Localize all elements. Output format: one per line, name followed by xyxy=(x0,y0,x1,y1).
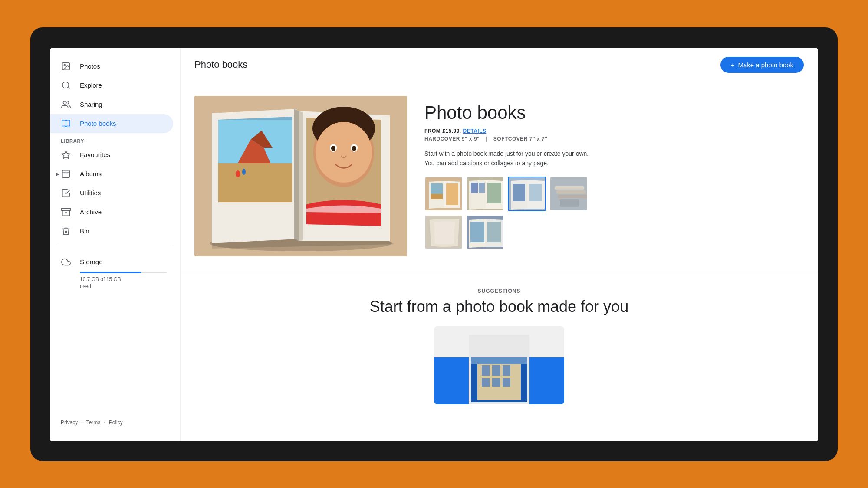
archive-icon xyxy=(61,207,71,217)
thumbnail-6[interactable] xyxy=(466,215,504,249)
library-section-label: LIBRARY xyxy=(50,133,180,145)
svg-rect-31 xyxy=(513,184,525,201)
top-bar: Photo books + Make a photo book xyxy=(181,48,818,82)
svg-rect-54 xyxy=(471,357,527,364)
thumbnail-2-img xyxy=(467,177,503,210)
storage-used-label: used xyxy=(80,283,91,289)
thumbnail-1[interactable] xyxy=(424,177,463,211)
svg-rect-7 xyxy=(62,208,70,210)
albums-arrow-icon: ▶ xyxy=(54,170,61,177)
svg-point-13 xyxy=(236,170,240,177)
storage-text: 10.7 GB of 15 GB used xyxy=(80,276,170,291)
size-separator: | xyxy=(486,136,487,142)
product-description: Start with a photo book made just for yo… xyxy=(424,149,804,168)
utilities-icon xyxy=(61,188,71,198)
thumbnail-6-img xyxy=(467,216,503,249)
svg-rect-6 xyxy=(62,170,70,177)
device-frame: Photos Explore Sharing xyxy=(30,27,838,461)
terms-link[interactable]: Terms xyxy=(86,419,101,426)
thumbnail-4[interactable] xyxy=(549,177,588,211)
product-info: Photo books FROM £15.99. DETAILS HARDCOV… xyxy=(424,96,804,250)
svg-point-14 xyxy=(242,169,246,175)
sidebar-item-bin[interactable]: Bin xyxy=(50,222,173,241)
price-from: FROM £15.99. xyxy=(424,128,461,134)
svg-rect-50 xyxy=(482,378,490,387)
thumbnail-3-img xyxy=(509,177,545,210)
product-title: Photo books xyxy=(424,103,804,123)
thumbnail-5-img xyxy=(425,216,462,249)
svg-point-1 xyxy=(64,64,65,66)
bin-icon xyxy=(61,226,71,236)
storage-label: Storage xyxy=(80,258,103,265)
sidebar-divider xyxy=(57,246,173,246)
suggestions-preview xyxy=(194,326,804,404)
svg-point-19 xyxy=(331,146,335,151)
dot-1: · xyxy=(81,419,82,426)
dot-2: · xyxy=(104,419,105,426)
sidebar-item-explore-label: Explore xyxy=(80,82,102,89)
storage-bar-container xyxy=(80,272,167,273)
svg-rect-48 xyxy=(492,365,500,376)
sidebar-item-photo-books[interactable]: Photo books xyxy=(50,114,173,133)
svg-rect-37 xyxy=(560,199,579,207)
svg-rect-49 xyxy=(503,365,510,376)
svg-rect-27 xyxy=(471,183,478,193)
sidebar-item-utilities[interactable]: Utilities xyxy=(50,183,173,203)
hardcover-label: HARDCOVER 9" x 9" xyxy=(424,136,480,142)
svg-rect-28 xyxy=(479,183,485,193)
thumbnail-1-img xyxy=(425,177,462,210)
hero-image xyxy=(194,96,407,256)
sidebar-item-sharing[interactable]: Sharing xyxy=(50,95,173,114)
sidebar-item-albums[interactable]: ▶ Albums xyxy=(50,164,173,183)
sidebar-item-photos[interactable]: Photos xyxy=(50,57,173,76)
thumbnail-5[interactable] xyxy=(424,215,463,249)
footer-links: Privacy · Terms · Policy xyxy=(50,413,180,432)
suggestions-label: SUGGESTIONS xyxy=(194,288,804,294)
sidebar-item-archive[interactable]: Archive xyxy=(50,203,173,222)
svg-point-21 xyxy=(352,146,356,151)
content-area: Photo books FROM £15.99. DETAILS HARDCOV… xyxy=(181,82,818,441)
storage-section: Storage 10.7 GB of 15 GB used xyxy=(50,252,180,296)
svg-rect-40 xyxy=(470,222,484,242)
svg-rect-34 xyxy=(555,186,584,190)
screen: Photos Explore Sharing xyxy=(50,48,818,441)
explore-icon xyxy=(61,80,71,91)
thumbnail-2[interactable] xyxy=(466,177,504,211)
sidebar-item-photobooks-label: Photo books xyxy=(80,120,116,127)
sidebar-item-favourites[interactable]: Favourites xyxy=(50,145,173,164)
sidebar-item-bin-label: Bin xyxy=(80,227,89,235)
sidebar-item-albums-label: Albums xyxy=(80,170,102,177)
svg-point-2 xyxy=(62,82,69,88)
plus-icon: + xyxy=(731,61,735,69)
thumbnail-4-img xyxy=(550,177,587,210)
sidebar: Photos Explore Sharing xyxy=(50,48,181,441)
details-link[interactable]: DETAILS xyxy=(463,128,487,134)
book-icon xyxy=(61,118,71,129)
sidebar-item-utilities-label: Utilities xyxy=(80,189,101,197)
svg-rect-12 xyxy=(218,163,292,202)
suggestions-section: SUGGESTIONS Start from a photo book made… xyxy=(181,274,818,404)
svg-rect-32 xyxy=(529,184,542,201)
make-photo-book-button[interactable]: + Make a photo book xyxy=(720,57,804,73)
privacy-link[interactable]: Privacy xyxy=(61,419,78,426)
policy-link[interactable]: Policy xyxy=(109,419,123,426)
suggestion-card[interactable] xyxy=(434,326,564,404)
star-icon xyxy=(61,150,71,160)
thumbnail-3[interactable] xyxy=(508,177,546,211)
svg-rect-25 xyxy=(446,183,458,205)
svg-rect-41 xyxy=(487,222,501,242)
storage-used-text: 10.7 GB of 15 GB xyxy=(80,276,121,282)
svg-rect-52 xyxy=(503,378,510,387)
sidebar-item-explore[interactable]: Explore xyxy=(50,76,173,95)
storage-bar-fill xyxy=(80,272,141,273)
sharing-icon xyxy=(61,99,71,110)
svg-rect-24 xyxy=(431,194,443,199)
svg-rect-35 xyxy=(556,190,586,194)
thumbnail-grid xyxy=(424,177,804,249)
svg-point-17 xyxy=(316,122,372,183)
product-price: FROM £15.99. DETAILS xyxy=(424,128,804,134)
svg-point-4 xyxy=(63,101,66,104)
svg-marker-5 xyxy=(62,151,70,158)
svg-line-3 xyxy=(68,87,69,89)
suggestions-title: Start from a photo book made for you xyxy=(194,298,804,316)
